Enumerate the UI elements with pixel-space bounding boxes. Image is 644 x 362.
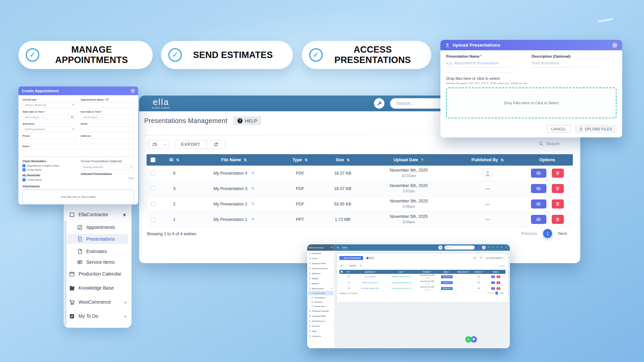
email-input[interactable]: [83, 128, 132, 131]
description-input[interactable]: [532, 58, 599, 67]
column-header-appointment[interactable]: Appointment⇅: [354, 271, 387, 273]
row-checkbox[interactable]: [341, 288, 343, 289]
end-date-field[interactable]: [81, 114, 135, 120]
sort-icon[interactable]: ⇅: [403, 271, 404, 273]
column-header-lead[interactable]: Lead⇅: [387, 271, 417, 273]
row-checkbox[interactable]: [151, 217, 155, 222]
mini-sidebar-item[interactable]: Presentations: [307, 295, 334, 300]
notification-badge[interactable]: [477, 246, 481, 249]
mini-sidebar-item[interactable]: Knowledge Base: [307, 313, 334, 318]
sidebar-item-ellacontractor[interactable]: EllaContractor ∨: [64, 209, 131, 220]
cell-lead-link[interactable]: Testing Automation Bros LLC: [387, 276, 417, 278]
checkbox-checked-icon[interactable]: ✓: [22, 168, 25, 171]
sidebar-item-knowledge-base[interactable]: Knowledge Base: [64, 282, 131, 294]
sort-icon[interactable]: ⇅: [176, 158, 179, 162]
reminder-checkbox-row[interactable]: ✓ 3 Day Notice: [22, 178, 76, 181]
phone-field[interactable]: [22, 138, 76, 144]
delete-button[interactable]: [496, 287, 500, 290]
mini-sidebar-item[interactable]: Employee Portal‹: [307, 261, 334, 266]
address-field[interactable]: [81, 138, 135, 144]
delete-button[interactable]: [552, 184, 564, 193]
mini-sidebar-item[interactable]: EllaContractor∨: [307, 286, 334, 291]
row-checkbox[interactable]: [151, 186, 155, 191]
previous-page-button[interactable]: Previous: [487, 292, 493, 294]
column-header-measurements[interactable]: Measurements⇅: [456, 271, 472, 273]
email-field[interactable]: [81, 126, 135, 132]
sidebar-item-tasks[interactable]: Tasks: [64, 324, 131, 328]
view-button[interactable]: [531, 215, 546, 224]
view-button[interactable]: [531, 169, 546, 178]
phone-input[interactable]: [25, 140, 74, 143]
mini-sidebar-item[interactable]: Leads‹: [307, 256, 334, 261]
topbar-icon[interactable]: [501, 246, 503, 248]
edit-button[interactable]: ✎: [491, 276, 495, 278]
mini-sidebar-item[interactable]: Production Calendar: [307, 308, 334, 313]
whatsapp-button[interactable]: [465, 336, 472, 343]
hamburger-icon[interactable]: ≡: [337, 246, 339, 249]
sidebar-item-appointments[interactable]: Appointments: [64, 222, 131, 233]
table-search[interactable]: Search..: [497, 265, 505, 266]
end-date-input[interactable]: [83, 116, 132, 119]
view-button[interactable]: [531, 184, 546, 193]
cell-appointment-link[interactable]: My Google Appt: [354, 276, 387, 278]
column-header-scheduled[interactable]: Scheduled↑: [416, 271, 438, 273]
cell-lead-link[interactable]: Testing Automation Bros LLC: [387, 288, 417, 289]
table-search[interactable]: [538, 141, 570, 146]
mini-sidebar-item[interactable]: Customers: [307, 334, 334, 339]
presentation-name-input[interactable]: [446, 58, 513, 67]
cell-lead-link[interactable]: Testing Automation Bros LLC: [387, 282, 417, 284]
edit-name-icon[interactable]: ✎: [251, 187, 254, 190]
column-header-published-by[interactable]: Published By⇅: [453, 158, 522, 162]
sidebar-item-woocommerce[interactable]: WooCommerce ‹: [64, 296, 131, 308]
customize-button[interactable]: [438, 246, 442, 250]
delete-button[interactable]: [552, 169, 564, 178]
choose-presentations-select[interactable]: Nothing selected▾: [81, 164, 135, 170]
close-icon[interactable]: ×: [612, 43, 618, 48]
sort-icon[interactable]: ⇅: [244, 158, 247, 162]
calendar-view-button[interactable]: [473, 256, 477, 260]
send-button[interactable]: [479, 256, 483, 260]
delete-button[interactable]: [496, 276, 500, 278]
row-checkbox[interactable]: [341, 282, 343, 284]
close-icon[interactable]: ×: [131, 89, 135, 93]
mini-sidebar-item[interactable]: EllaChime‹: [307, 271, 334, 276]
checkbox-checked-icon[interactable]: ✓: [22, 164, 25, 167]
cell-appointment-link[interactable]: Appointment Out Later: [354, 282, 387, 284]
sort-up-icon[interactable]: ↑: [421, 158, 424, 162]
column-header-estimates[interactable]: Estimates⇅: [472, 271, 486, 273]
column-header-type[interactable]: Type⇅: [279, 158, 321, 162]
refresh-button[interactable]: [207, 140, 225, 149]
sidebar-item-estimates[interactable]: Estimates: [64, 246, 131, 257]
view-button[interactable]: [531, 199, 546, 208]
sort-icon[interactable]: ⇅: [482, 271, 483, 273]
attendees-select[interactable]: Nothing selected▾: [22, 126, 76, 132]
mini-global-search[interactable]: [444, 246, 475, 250]
attachments-dropzone[interactable]: Drop Files Here or Click to Select: [22, 189, 134, 204]
export-button[interactable]: EXPORT: [174, 140, 207, 149]
delete-button[interactable]: [496, 281, 500, 284]
start-date-field[interactable]: [22, 114, 76, 120]
table-search-input[interactable]: [546, 141, 570, 146]
sort-icon[interactable]: ⇅: [501, 158, 504, 162]
current-page-button[interactable]: 1: [543, 229, 552, 238]
address-input[interactable]: [83, 140, 132, 143]
mini-sidebar-item[interactable]: Service Items: [307, 304, 334, 308]
column-header-upload-date[interactable]: Upload Date↑: [364, 158, 453, 162]
row-checkbox[interactable]: [151, 202, 155, 206]
topbar-icon[interactable]: [497, 246, 498, 248]
mini-sidebar-item[interactable]: Tasks‹: [307, 328, 334, 334]
reminder-checkbox-row[interactable]: ✓ Appointment Creation Notice: [22, 164, 76, 167]
cell-appointment-link[interactable]: My Google Calendar Event: [354, 288, 387, 289]
select-all-checkbox[interactable]: [151, 158, 155, 162]
delete-button[interactable]: [552, 215, 564, 224]
mini-search-input[interactable]: [446, 247, 473, 249]
topbar-icon[interactable]: [488, 246, 490, 248]
previous-page-button[interactable]: Previous: [521, 231, 537, 236]
topbar-icon[interactable]: [492, 246, 494, 248]
sort-up-icon[interactable]: ↑: [431, 271, 432, 273]
column-header-status[interactable]: Status⇅: [438, 271, 456, 273]
next-page-button[interactable]: Next: [500, 292, 503, 294]
sidebar-item-production-calendar[interactable]: Production Calendar: [64, 268, 131, 280]
delete-button[interactable]: [552, 199, 564, 208]
column-header-id[interactable]: ID⇅: [159, 158, 189, 162]
